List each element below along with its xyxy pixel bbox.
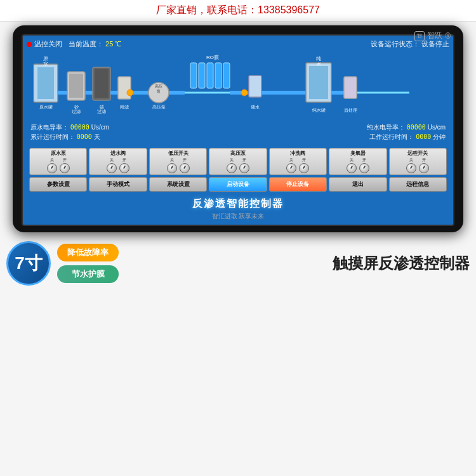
system-settings-btn[interactable]: 系统设置 [149, 177, 207, 192]
feature-badge-2: 节水护膜 [57, 265, 119, 283]
svg-text:碳: 碳 [99, 105, 104, 109]
high-pump-btn[interactable]: 高压泵 关 开 [209, 148, 267, 175]
svg-rect-35 [261, 91, 306, 95]
total-runtime: 累计运行时间： 0000 天 [30, 133, 100, 142]
svg-rect-17 [110, 91, 118, 95]
svg-text:高压泵: 高压泵 [152, 105, 166, 110]
svg-text:泵: 泵 [157, 89, 161, 93]
svg-rect-7 [58, 91, 67, 95]
svg-text:RO膜: RO膜 [206, 55, 219, 60]
svg-text:过滤: 过滤 [72, 109, 81, 114]
low-pressure-btn[interactable]: 低压开关 关 开 [149, 148, 207, 175]
start-device-btn[interactable]: 启动设备 [209, 177, 267, 192]
inlet-valve-btn[interactable]: 进水阀 关 开 [89, 148, 147, 175]
svg-text:纯: 纯 [316, 56, 321, 62]
svg-text:过滤: 过滤 [97, 109, 106, 114]
current-temp-label: 当前温度： 25 ℃ [69, 39, 121, 49]
svg-text:储水: 储水 [251, 105, 260, 109]
svg-rect-33 [249, 76, 261, 97]
svg-text:精滤: 精滤 [120, 105, 129, 109]
remote-switch-btn[interactable]: 远程开关 关 开 [389, 148, 447, 175]
status-bar: 温控关闭 当前温度： 25 ℃ 设备运行状态： 设备停止 [27, 39, 449, 49]
brand-logo: 智 智跃® [414, 30, 451, 41]
param-settings-btn[interactable]: 参数设置 [29, 177, 87, 192]
svg-rect-0 [29, 51, 447, 121]
svg-rect-37 [309, 66, 328, 99]
svg-rect-42 [344, 77, 357, 98]
svg-rect-29 [207, 63, 213, 88]
feature-badges: 降低故障率 节水护膜 [57, 244, 119, 283]
svg-rect-25 [169, 91, 185, 95]
remote-info-btn[interactable]: 远程信息 [389, 177, 447, 192]
device-slogan: 智汇进取 跃享未来 [27, 212, 449, 221]
brand-icon: 智 [414, 31, 425, 41]
temp-indicator: 温控关闭 [27, 39, 62, 49]
switch-button-row: 原水泵 关 开 进水阀 [29, 148, 447, 175]
brand-name: 智跃 [427, 30, 442, 41]
ozone-btn[interactable]: 臭氧器 关 开 [329, 148, 387, 175]
data-row-runtime: 累计运行时间： 0000 天 工作运行时间： 0000 分钟 [30, 133, 446, 142]
controls-section: 原水泵 关 开 进水阀 [27, 146, 449, 194]
process-diagram: 原 水 原水罐 砂 过滤 碳 过滤 [27, 51, 449, 121]
current-temp-value: 25 ℃ [105, 40, 121, 48]
manual-mode-btn[interactable]: 手动模式 [89, 177, 147, 192]
svg-text:水: 水 [43, 61, 48, 67]
svg-rect-30 [215, 63, 221, 88]
svg-point-45 [241, 89, 248, 96]
data-row-conductivity: 原水电导率： 00000 Us/cm 纯水电导率： 00000 Us/cm [30, 123, 446, 132]
flush-valve-btn[interactable]: 冲洗阀 关 开 [269, 148, 327, 175]
svg-point-44 [127, 89, 133, 96]
temp-dot [27, 42, 32, 47]
svg-text:原水罐: 原水罐 [39, 105, 53, 109]
data-section: 原水电导率： 00000 Us/cm 纯水电导率： 00000 Us/cm 累计… [27, 121, 449, 144]
stop-device-btn[interactable]: 停止设备 [269, 177, 327, 192]
svg-rect-27 [190, 63, 197, 88]
product-title: 触摸屏反渗透控制器 [125, 255, 470, 273]
action-button-row: 参数设置 手动模式 系统设置 启动设备 停止设备 退出 远程信息 [29, 177, 447, 192]
svg-rect-28 [199, 63, 205, 88]
device-bottom: 反渗透智能控制器 智汇进取 跃享未来 [27, 197, 449, 221]
top-banner: 厂家直销，联系电话：13385396577 [0, 0, 476, 22]
device-frame: 智 智跃® 温控关闭 当前温度： 25 ℃ 设备运行状态： 设备停止 [13, 25, 463, 232]
svg-text:后处理: 后处理 [344, 108, 357, 112]
svg-text:高压: 高压 [155, 84, 162, 88]
svg-rect-31 [223, 63, 230, 88]
banner-text: 厂家直销，联系电话：13385396577 [156, 4, 320, 15]
work-runtime: 工作运行时间： 0000 分钟 [369, 133, 446, 142]
size-text: 7寸 [15, 251, 43, 275]
size-badge: 7寸 [6, 241, 51, 286]
bottom-section: 7寸 降低故障率 节水护膜 触摸屏反渗透控制器 [0, 236, 476, 291]
svg-text:水: 水 [317, 62, 321, 66]
raw-pump-btn[interactable]: 原水泵 关 开 [29, 148, 87, 175]
raw-conductivity: 原水电导率： 00000 Us/cm [30, 123, 109, 132]
svg-rect-14 [95, 69, 109, 98]
device-title: 反渗透智能控制器 [27, 197, 449, 211]
svg-rect-9 [69, 74, 83, 98]
feature-badge-1: 降低故障率 [57, 244, 119, 261]
screen: 温控关闭 当前温度： 25 ℃ 设备运行状态： 设备停止 原 [22, 34, 454, 226]
svg-rect-3 [37, 67, 54, 99]
svg-rect-41 [331, 91, 344, 95]
temp-control-label: 温控关闭 [34, 39, 62, 49]
exit-btn[interactable]: 退出 [329, 177, 387, 192]
pure-conductivity: 纯水电导率： 00000 Us/cm [367, 123, 446, 132]
svg-rect-12 [85, 91, 93, 95]
svg-text:纯水罐: 纯水罐 [312, 108, 326, 112]
